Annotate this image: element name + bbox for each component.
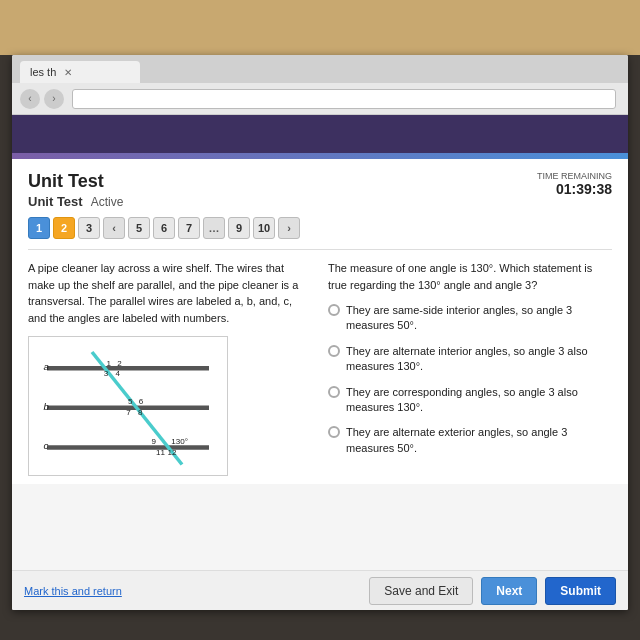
svg-text:12: 12: [168, 448, 177, 457]
question-columns: A pipe cleaner lay across a wire shelf. …: [28, 260, 612, 476]
svg-text:3: 3: [104, 369, 109, 378]
next-arrow[interactable]: ›: [278, 217, 300, 239]
question-btn-7[interactable]: 7: [178, 217, 200, 239]
browser-tab[interactable]: les th ✕: [20, 61, 140, 83]
submit-button[interactable]: Submit: [545, 577, 616, 605]
top-decoration: [0, 0, 640, 55]
question-btn-3[interactable]: 3: [78, 217, 100, 239]
time-display: TIME REMAINING 01:39:38: [537, 171, 612, 197]
choice-text-2: They are alternate interior angles, so a…: [346, 344, 612, 375]
question-btn-1[interactable]: 1: [28, 217, 50, 239]
svg-text:5: 5: [128, 397, 133, 406]
radio-2[interactable]: [328, 345, 340, 357]
svg-text:c: c: [43, 440, 48, 451]
next-button[interactable]: Next: [481, 577, 537, 605]
svg-text:7: 7: [126, 408, 131, 417]
choice-item-3[interactable]: They are corresponding angles, so angle …: [328, 385, 612, 416]
answer-choices: They are same-side interior angles, so a…: [328, 303, 612, 456]
svg-text:4: 4: [115, 369, 120, 378]
radio-1[interactable]: [328, 304, 340, 316]
page-content: Unit Test Unit Test Active TIME REMAININ…: [12, 115, 628, 610]
question-btn-6[interactable]: 6: [153, 217, 175, 239]
main-content: Unit Test Unit Test Active TIME REMAININ…: [12, 159, 628, 484]
svg-text:2: 2: [117, 359, 122, 368]
radio-3[interactable]: [328, 386, 340, 398]
question-btn-5[interactable]: 5: [128, 217, 150, 239]
choice-item-1[interactable]: They are same-side interior angles, so a…: [328, 303, 612, 334]
divider: [28, 249, 612, 250]
svg-text:130°: 130°: [171, 437, 188, 446]
monitor-bezel: les th ✕ ‹ › Unit Test Unit: [0, 0, 640, 640]
svg-text:6: 6: [139, 397, 144, 406]
prev-arrow[interactable]: ‹: [103, 217, 125, 239]
diagram: a b c 1 2 3 4 5 6 7: [28, 336, 228, 476]
question-btn-9[interactable]: 9: [228, 217, 250, 239]
choice-text-3: They are corresponding angles, so angle …: [346, 385, 612, 416]
question-btn-10[interactable]: 10: [253, 217, 275, 239]
browser-toolbar: ‹ ›: [12, 83, 628, 115]
site-header: [12, 115, 628, 153]
right-question-text: The measure of one angle is 130°. Which …: [328, 260, 612, 293]
footer-buttons: Save and Exit Next Submit: [369, 577, 616, 605]
browser-window: les th ✕ ‹ › Unit Test Unit: [12, 55, 628, 610]
tab-close-button[interactable]: ✕: [64, 67, 72, 78]
tab-label: les th: [30, 66, 56, 78]
choice-text-4: They are alternate exterior angles, so a…: [346, 425, 612, 456]
page-title: Unit Test: [28, 171, 123, 192]
choice-item-2[interactable]: They are alternate interior angles, so a…: [328, 344, 612, 375]
back-button[interactable]: ‹: [20, 89, 40, 109]
right-column: The measure of one angle is 130°. Which …: [328, 260, 612, 476]
subtitle-label: Unit Test: [28, 194, 83, 209]
address-bar[interactable]: [72, 89, 616, 109]
svg-text:1: 1: [106, 359, 111, 368]
mark-return-link[interactable]: Mark this and return: [24, 585, 122, 597]
time-remaining-value: 01:39:38: [537, 181, 612, 197]
svg-text:b: b: [43, 401, 49, 412]
choice-text-1: They are same-side interior angles, so a…: [346, 303, 612, 334]
forward-button[interactable]: ›: [44, 89, 64, 109]
svg-text:11: 11: [156, 448, 165, 457]
status-badge: Active: [91, 195, 124, 209]
save-exit-button[interactable]: Save and Exit: [369, 577, 473, 605]
radio-4[interactable]: [328, 426, 340, 438]
question-nav: 1 2 3 ‹ 5 6 7 … 9 10 ›: [28, 217, 612, 239]
footer-bar: Mark this and return Save and Exit Next …: [12, 570, 628, 610]
choice-item-4[interactable]: They are alternate exterior angles, so a…: [328, 425, 612, 456]
left-question-text: A pipe cleaner lay across a wire shelf. …: [28, 260, 312, 326]
skip-arrow[interactable]: …: [203, 217, 225, 239]
svg-text:a: a: [43, 361, 49, 372]
svg-text:9: 9: [151, 437, 156, 446]
svg-text:8: 8: [138, 408, 143, 417]
time-remaining-label: TIME REMAINING: [537, 171, 612, 181]
left-column: A pipe cleaner lay across a wire shelf. …: [28, 260, 312, 476]
question-btn-2[interactable]: 2: [53, 217, 75, 239]
tab-bar: les th ✕: [12, 55, 628, 83]
